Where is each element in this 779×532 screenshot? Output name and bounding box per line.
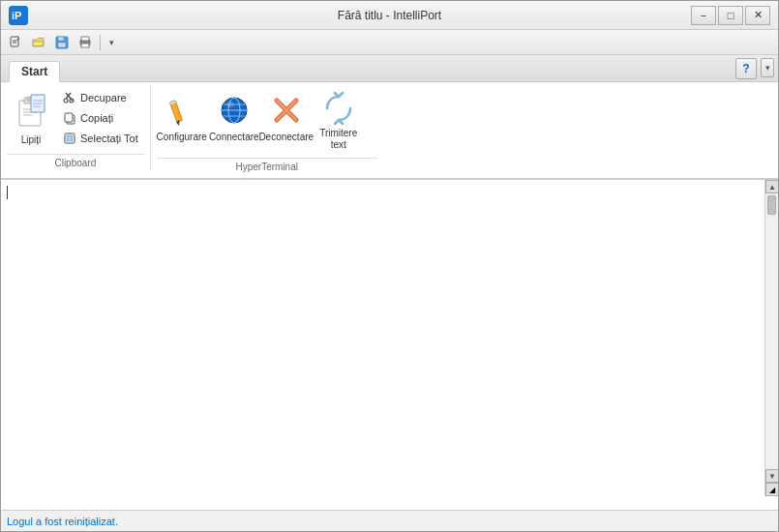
cut-icon (63, 91, 76, 104)
connect-label: Connectare (209, 132, 259, 143)
ribbon-collapse-button[interactable]: ▾ (761, 58, 774, 77)
scroll-thumb-v[interactable] (767, 195, 776, 215)
scroll-up-button[interactable]: ▲ (765, 180, 778, 193)
scroll-corner: ◢ (765, 483, 778, 496)
open-file-button[interactable] (28, 33, 49, 52)
new-file-button[interactable] (5, 33, 26, 52)
main-content-area[interactable]: ▲ ▼ ◢ (1, 180, 778, 510)
svg-rect-26 (65, 113, 73, 122)
status-bar: Logul a fost reinițializat. (1, 510, 778, 531)
main-window: iP Fără titlu - IntelliPort − □ ✕ (0, 0, 779, 532)
disconnect-icon (271, 95, 302, 130)
close-button[interactable]: ✕ (745, 6, 770, 25)
svg-text:iP: iP (12, 10, 21, 21)
ribbon-body: Lipiți Decupare (1, 82, 778, 180)
svg-point-23 (64, 99, 68, 103)
svg-rect-6 (58, 37, 64, 41)
send-text-label: Trimitere text (316, 128, 361, 151)
configure-icon (166, 95, 197, 130)
clipboard-buttons: Lipiți Decupare (7, 86, 144, 150)
paste-label: Lipiți (21, 134, 42, 146)
hyperterminal-buttons: Configurare (157, 86, 377, 154)
status-message: Logul a fost reinițializat. (7, 516, 118, 527)
quick-access-toolbar: ▾ (1, 30, 778, 55)
copy-button[interactable]: Copiați (57, 108, 144, 128)
paste-icon (13, 92, 49, 133)
app-icon: iP (9, 6, 28, 25)
hyperterminal-section-label: HyperTerminal (157, 158, 377, 174)
vertical-scrollbar[interactable]: ▲ ▼ ◢ (764, 180, 778, 496)
connect-icon (219, 95, 250, 130)
send-text-button[interactable]: Trimitere text (314, 86, 364, 154)
title-bar-buttons: − □ ✕ (691, 6, 770, 25)
maximize-button[interactable]: □ (718, 6, 743, 25)
svg-point-38 (226, 102, 234, 107)
disconnect-button[interactable]: Deconectare (261, 86, 312, 150)
svg-rect-7 (58, 43, 66, 47)
scroll-track-v[interactable] (765, 193, 778, 217)
save-file-button[interactable] (51, 33, 73, 52)
copy-icon (63, 111, 76, 125)
ribbon-tab-bar: Start ? ▾ (1, 55, 778, 82)
send-text-icon (323, 91, 354, 126)
scroll-down-button[interactable]: ▼ (765, 469, 778, 483)
ribbon-controls: ? ▾ (735, 58, 778, 81)
paste-button[interactable]: Lipiți (7, 86, 55, 150)
svg-point-24 (70, 99, 74, 103)
text-cursor (7, 186, 8, 199)
svg-rect-28 (67, 135, 73, 141)
select-all-button[interactable]: Selectați Tot (57, 129, 144, 148)
cut-button[interactable]: Decupare (57, 88, 144, 107)
minimize-button[interactable]: − (691, 6, 716, 25)
ribbon-section-clipboard: Lipiți Decupare (1, 86, 151, 170)
window-title: Fără titlu - IntelliPort (338, 9, 441, 22)
select-all-label: Selectați Tot (80, 133, 138, 144)
svg-rect-9 (81, 37, 89, 41)
connect-button[interactable]: Connectare (209, 86, 259, 150)
disconnect-label: Deconectare (258, 132, 314, 143)
svg-rect-10 (81, 44, 89, 47)
title-bar: iP Fără titlu - IntelliPort − □ ✕ (1, 1, 778, 30)
help-button[interactable]: ? (735, 58, 757, 79)
clipboard-section-label: Clipboard (7, 154, 144, 170)
toolbar-dropdown-button[interactable]: ▾ (105, 33, 118, 52)
title-bar-left: iP (9, 6, 28, 25)
print-button[interactable] (75, 33, 96, 52)
tab-start[interactable]: Start (9, 61, 60, 82)
select-all-icon (63, 132, 76, 145)
ribbon-section-hyperterminal: Configurare (151, 86, 383, 174)
copy-label: Copiați (80, 112, 113, 124)
clipboard-small-buttons: Decupare Copiați Sel (57, 86, 144, 148)
configure-label: Configurare (157, 132, 207, 143)
cut-label: Decupare (80, 92, 127, 103)
toolbar-separator (100, 35, 101, 50)
configure-button[interactable]: Configurare (157, 86, 207, 150)
